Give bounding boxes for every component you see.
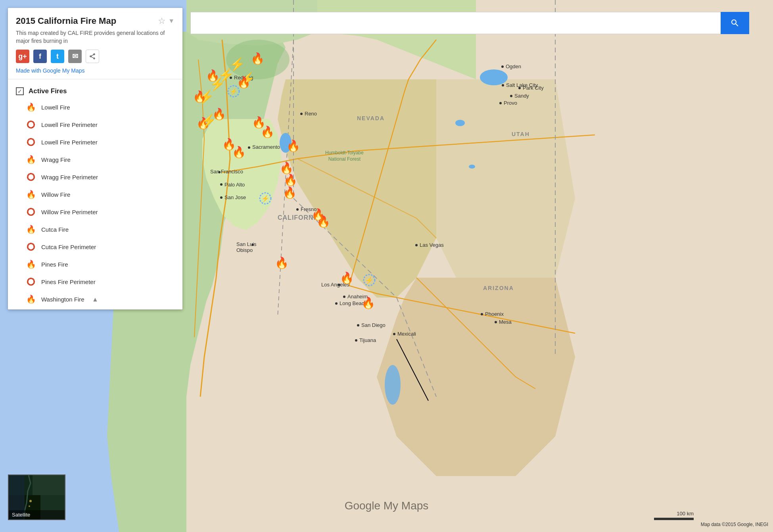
satellite-thumbnail[interactable]: Satellite xyxy=(8,474,65,520)
layer-item-lowell-fire-perimeter-1[interactable]: Lowell Fire Perimeter xyxy=(8,116,182,133)
fire-marker-18[interactable]: 🔥 xyxy=(340,273,354,284)
layer-item-washington-fire-perimeter[interactable]: Washington Fire Perimeter xyxy=(8,308,182,309)
fire-icon-pines-fire: 🔥 xyxy=(25,259,36,270)
layer-label-lowell-fire-perimeter-1: Lowell Fire Perimeter xyxy=(41,121,98,128)
sidebar: 2015 California Fire Map ☆ ▼ This map cr… xyxy=(8,8,182,309)
active-fires-label: Active Fires xyxy=(29,87,67,95)
scroll-up-button[interactable]: ▲ xyxy=(92,296,98,303)
fire-marker-15[interactable]: 🔥 xyxy=(275,257,289,269)
share-button[interactable] xyxy=(86,50,99,63)
layer-label-cutca-fire-perimeter: Cutca Fire Perimeter xyxy=(41,244,96,250)
fire-marker-3[interactable]: 🔥 xyxy=(193,91,207,102)
city-dot-lv xyxy=(415,244,418,246)
scale-bar: 100 km xyxy=(654,511,694,520)
city-label-parkcity: Park City xyxy=(523,85,544,91)
city-dot-mesa xyxy=(495,321,497,323)
facebook-share-button[interactable]: f xyxy=(33,50,47,63)
city-label-sanjose: San Jose xyxy=(224,194,246,200)
city-dot-reno xyxy=(300,113,303,115)
search-input[interactable] xyxy=(190,12,721,34)
fire-marker-19[interactable]: 🔥 xyxy=(361,298,375,309)
city-dot-tijuana xyxy=(355,339,357,342)
layer-label-willow-fire-perimeter: Willow Fire Perimeter xyxy=(41,209,98,215)
fire-marker-11[interactable]: 🔥 xyxy=(286,140,300,152)
layer-label-wragg-fire: Wragg Fire xyxy=(41,156,71,163)
city-label-sd: San Diego xyxy=(361,322,386,328)
search-bar xyxy=(190,12,749,34)
city-label-ogden: Ogden xyxy=(506,63,521,69)
layer-label-lowell-fire-perimeter-2: Lowell Fire Perimeter xyxy=(41,139,98,146)
layer-label-pines-fire: Pines Fire xyxy=(41,261,68,268)
layer-item-wragg-fire[interactable]: 🔥 Wragg Fire xyxy=(8,151,182,168)
city-label-provo: Provo xyxy=(504,100,517,106)
twitter-share-button[interactable]: t xyxy=(51,50,64,63)
layer-item-pines-fire[interactable]: 🔥 Pines Fire xyxy=(8,255,182,273)
svg-text:⚡: ⚡ xyxy=(230,88,238,95)
layer-item-cutca-fire[interactable]: 🔥 Cutca Fire xyxy=(8,221,182,238)
city-dot-sd xyxy=(357,324,359,326)
fire-icon-lowell-fire: 🔥 xyxy=(25,102,36,113)
fire-marker-13[interactable]: 🔥 xyxy=(284,175,297,186)
city-dot-phoenix xyxy=(481,313,483,315)
active-fires-header[interactable]: ✓ Active Fires xyxy=(8,84,182,98)
layer-item-pines-fire-perimeter[interactable]: Pines Fire Perimeter xyxy=(8,273,182,290)
fire-marker-17[interactable]: 🔥 xyxy=(316,216,330,227)
layer-label-willow-fire: Willow Fire xyxy=(41,191,70,198)
arizona-label: ARIZONA xyxy=(483,285,514,291)
svg-point-34 xyxy=(29,500,32,502)
city-label-slo: San LuisObispo xyxy=(236,241,257,253)
layer-item-willow-fire[interactable]: 🔥 Willow Fire xyxy=(8,186,182,203)
fire-marker-4[interactable]: 🔥 xyxy=(237,77,251,88)
city-dot-anaheim xyxy=(343,296,345,298)
perimeter-icon-willow-fire-perimeter xyxy=(25,206,36,217)
layer-item-cutca-fire-perimeter[interactable]: Cutca Fire Perimeter xyxy=(8,238,182,255)
dropdown-icon[interactable]: ▼ xyxy=(168,17,175,25)
svg-text:⚡: ⚡ xyxy=(261,195,269,202)
perimeter-marker-3[interactable]: ⚡ xyxy=(362,273,376,289)
city-dot-sacramento xyxy=(248,146,250,149)
google-share-button[interactable]: g+ xyxy=(16,50,29,63)
city-label-sacramento: Sacramento xyxy=(252,144,280,150)
fire-marker-12[interactable]: 🔥 xyxy=(280,163,293,174)
city-dot-slo xyxy=(251,244,254,246)
fire-icon-willow-fire: 🔥 xyxy=(25,189,36,200)
nevada-label: NEVADA xyxy=(357,115,385,121)
city-dot-sandy xyxy=(510,95,512,97)
search-button[interactable] xyxy=(721,12,749,34)
perimeter-icon-cutca-fire-perimeter xyxy=(25,241,36,252)
layer-item-lowell-fire-perimeter-2[interactable]: Lowell Fire Perimeter xyxy=(8,133,182,151)
email-share-button[interactable]: ✉ xyxy=(68,50,82,63)
svg-marker-10 xyxy=(377,278,575,476)
made-with-link[interactable]: Made with Google My Maps xyxy=(16,67,85,74)
lightning-marker-4[interactable]: ⚡ xyxy=(209,78,225,90)
city-label-sandy: Sandy xyxy=(514,93,529,99)
svg-point-18 xyxy=(455,120,465,126)
perimeter-marker-2[interactable]: ⚡ xyxy=(258,191,272,207)
layer-item-wragg-fire-perimeter[interactable]: Wragg Fire Perimeter xyxy=(8,168,182,186)
city-dot-sanjose xyxy=(220,196,223,199)
lightning-marker-6[interactable]: ⚡ xyxy=(201,114,217,127)
svg-text:⚡: ⚡ xyxy=(365,277,373,284)
layer-item-lowell-fire[interactable]: 🔥 Lowell Fire xyxy=(8,98,182,116)
fire-icon-cutca-fire: 🔥 xyxy=(25,224,36,235)
layers-list: 🔥 Lowell Fire Lowell Fire Perimeter Lowe… xyxy=(8,98,182,309)
fire-marker-14[interactable]: 🔥 xyxy=(283,187,297,198)
forest-label: Humboldt-ToiyabeNational Forest xyxy=(325,150,364,162)
fire-marker-8[interactable]: 🔥 xyxy=(261,127,274,138)
sidebar-title: 2015 California Fire Map xyxy=(16,16,154,26)
city-label-sf: San Francisco xyxy=(210,169,243,175)
favorite-star-icon[interactable]: ☆ xyxy=(158,16,166,26)
svg-point-17 xyxy=(480,69,508,85)
layer-item-willow-fire-perimeter[interactable]: Willow Fire Perimeter xyxy=(8,203,182,221)
fire-marker-10[interactable]: 🔥 xyxy=(232,147,246,158)
city-dot-provo xyxy=(499,102,502,104)
perimeter-icon-wragg-fire-perimeter xyxy=(25,171,36,182)
sidebar-header: 2015 California Fire Map ☆ ▼ This map cr… xyxy=(8,8,182,79)
svg-rect-30 xyxy=(33,475,65,495)
city-dot-slc xyxy=(502,84,504,86)
perimeter-icon-lowell-fire-perimeter-2 xyxy=(25,136,36,148)
perimeter-icon-pines-fire-perimeter xyxy=(25,276,36,287)
fire-marker-1[interactable]: 🔥 xyxy=(251,53,265,64)
active-fires-checkbox[interactable]: ✓ xyxy=(16,87,24,95)
perimeter-icon-lowell-fire-perimeter-1 xyxy=(25,119,36,130)
